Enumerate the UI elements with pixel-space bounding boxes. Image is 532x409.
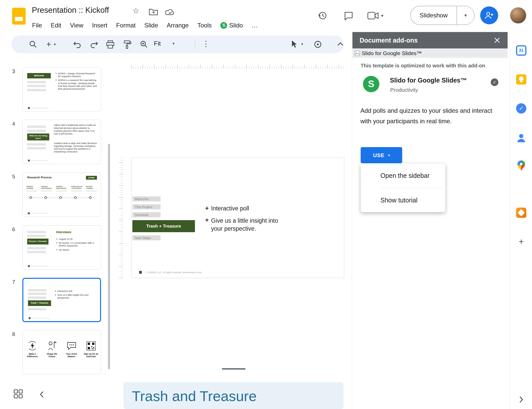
slide-bullet-1[interactable]: + Interactive poll	[205, 205, 249, 212]
search-menus-icon[interactable]	[29, 40, 37, 49]
contacts-app-button[interactable]	[516, 132, 527, 143]
horizontal-ruler	[131, 65, 344, 69]
plus-icon: +	[519, 237, 524, 247]
maps-app-button[interactable]	[516, 160, 527, 171]
menu-format[interactable]: Format	[112, 20, 140, 30]
document-addons-panel: Document add-ons Slido for Google Slides…	[352, 32, 508, 409]
collapse-toolbar-button[interactable]	[337, 42, 344, 47]
thumb-footer	[29, 317, 50, 319]
slide-nav-next-steps[interactable]: Next Steps	[132, 235, 161, 240]
chevron-right-icon	[518, 396, 524, 403]
expand-side-panel-button[interactable]	[516, 394, 527, 405]
more-options-button[interactable]: ⋮	[202, 39, 210, 48]
star-icon[interactable]: ☆	[132, 6, 139, 15]
new-slide-button[interactable]: + ▾	[46, 39, 56, 49]
orange-addon-icon	[516, 208, 526, 218]
workspace-side-rail: 31 ✓ +	[510, 32, 532, 409]
slide-nav-this-project[interactable]: This Project	[132, 204, 161, 209]
share-button[interactable]	[480, 6, 498, 24]
thumb3-bullet2: DORIS is a research firm specializing in…	[58, 79, 98, 90]
slide-number: 5	[9, 173, 18, 180]
slide-nav-schedule[interactable]: Schedule	[132, 212, 161, 217]
vertical-ruler	[119, 158, 123, 278]
thumb-footer	[28, 160, 49, 161]
menu-item-open-sidebar[interactable]: Open the sidebar	[361, 163, 445, 188]
menu-insert[interactable]: Insert	[88, 20, 112, 30]
paint-format-button[interactable]	[123, 40, 131, 49]
menu-file[interactable]: File	[28, 20, 46, 30]
cursor-icon	[291, 40, 298, 48]
slide-thumbnail-7-selected[interactable]: Trash + Treasure +Interactive poll +Give…	[22, 278, 101, 322]
menu-item-show-tutorial[interactable]: Show tutorial	[361, 188, 445, 212]
thumb6-bullet3: via Teams	[59, 249, 69, 251]
version-history-button[interactable]	[317, 10, 328, 21]
tasks-app-button[interactable]: ✓	[516, 103, 527, 114]
slide-number: 4	[9, 121, 18, 127]
redo-button[interactable]	[90, 40, 98, 48]
calendar-app-button[interactable]: 31	[516, 45, 527, 56]
slide-thumbnail-4[interactable]: What are we doing here? Alpha Gam's lead…	[22, 120, 101, 164]
menu-overflow[interactable]: …	[247, 20, 262, 30]
move-folder-icon[interactable]	[149, 8, 158, 15]
account-avatar[interactable]	[510, 7, 527, 24]
slide-thumbnail-8[interactable]: Make a Difference Shape the Future Your …	[22, 330, 101, 374]
use-button[interactable]: USE ▾	[361, 147, 402, 163]
orange-addon-button[interactable]	[516, 207, 527, 218]
lightning-icon	[25, 338, 40, 351]
thumb5-col5: Project Leaders	[86, 186, 98, 189]
thumb5-col1: Project Leaders	[26, 186, 39, 189]
laser-pointer-button[interactable]	[313, 40, 322, 49]
notes-title-text[interactable]: Trash and Treasure	[132, 388, 257, 404]
notes-resize-handle[interactable]	[222, 368, 245, 370]
menu-slido[interactable]: S Slido	[216, 20, 247, 30]
addons-banner-broken-image: Slido for Google Slides™	[352, 48, 508, 58]
meet-camera-button[interactable]: ▾	[367, 11, 383, 20]
get-addons-button[interactable]: +	[516, 236, 527, 247]
thumb4-para1: Alpha Gam's leadership want to make an i…	[54, 124, 98, 135]
addons-panel-header: Document add-ons	[352, 32, 508, 48]
keep-app-button[interactable]	[516, 74, 527, 85]
doris-logo-mark	[139, 271, 142, 274]
calendar-icon: 31	[517, 46, 525, 55]
comment-button[interactable]	[343, 10, 354, 21]
document-title[interactable]: Presentation :: Kickoff	[32, 6, 109, 15]
thumb6-title: Interviews	[56, 230, 71, 234]
slide-thumbnail-5[interactable]: Research Process DORIS Project Leaders P…	[22, 172, 101, 217]
select-tool-caret-icon: ▾	[301, 42, 303, 46]
undo-button[interactable]	[73, 40, 82, 48]
slide-nav-active-trash-treasure[interactable]: Trash + Treasure	[132, 220, 195, 232]
select-tool-button[interactable]: ▾	[291, 40, 303, 48]
grid-view-button[interactable]	[13, 389, 23, 399]
slideshow-button[interactable]: Slideshow	[410, 6, 457, 25]
slide-bullet-2[interactable]: + Give us a little insight into your per…	[205, 217, 278, 233]
menu-edit[interactable]: Edit	[46, 20, 66, 30]
collapse-filmstrip-button[interactable]	[39, 391, 45, 398]
slideshow-options-button[interactable]: ▾	[457, 6, 475, 25]
thumb4-nav-active: What are we doing here?	[27, 134, 49, 140]
slide-nav-welcome[interactable]: Welcome	[132, 196, 161, 201]
menu-slide[interactable]: Slide	[140, 20, 162, 30]
slides-logo[interactable]	[12, 8, 26, 25]
filmstrip-scrollbar[interactable]	[108, 144, 110, 369]
slido-logo: S	[363, 76, 379, 92]
cloud-saved-icon[interactable]	[165, 8, 175, 16]
slide-editor-canvas[interactable]: Welcome This Project Schedule Trash + Tr…	[131, 158, 344, 278]
print-button[interactable]	[106, 40, 115, 49]
zoom-button[interactable]	[140, 40, 148, 49]
thumb5-doris-badge: DORIS	[86, 176, 97, 180]
addon-card-description: Add polls and quizzes to your slides and…	[360, 105, 500, 126]
menu-tools[interactable]: Tools	[193, 20, 216, 30]
menu-arrange[interactable]: Arrange	[162, 20, 193, 30]
slide-thumbnail-6[interactable]: Process + Schedule Interviews +August 12…	[22, 225, 101, 270]
slide-number: 8	[9, 331, 18, 337]
thumb-footer	[28, 107, 49, 109]
zoom-select[interactable]: Fit ▾	[154, 40, 174, 47]
tasks-icon: ✓	[516, 103, 526, 114]
plus-icon: +	[46, 39, 51, 49]
close-icon[interactable]	[494, 37, 500, 44]
slide-number: 3	[9, 68, 18, 74]
notes-title-box[interactable]: Trash and Treasure	[123, 382, 343, 409]
menu-view[interactable]: View	[66, 20, 88, 30]
slide-thumbnail-3[interactable]: Welcome +DORIS = Design Oriented Researc…	[22, 67, 101, 111]
thumb3-bullet1: DORIS = Design Oriented Research for Imp…	[58, 72, 98, 78]
